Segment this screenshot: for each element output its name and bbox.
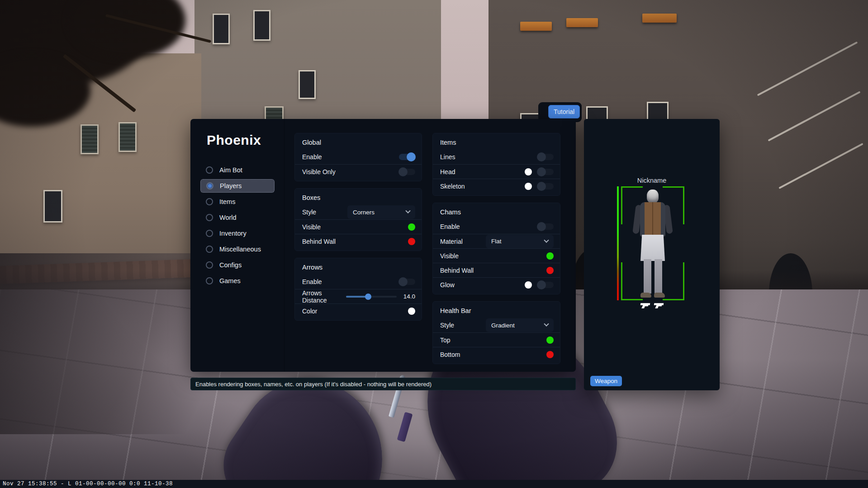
setting-row: Behind Wall xyxy=(295,234,422,248)
toggle-knob xyxy=(537,167,546,176)
setting-row: Top xyxy=(433,332,560,347)
panel-arrows: ArrowsEnableArrows Distance14.0Color xyxy=(294,258,422,321)
model-leg xyxy=(655,259,662,294)
weapon-icons xyxy=(584,303,720,309)
tutorial-button[interactable]: Tutorial xyxy=(548,105,580,118)
setting-label: Enable xyxy=(440,223,460,230)
sidebar: Phoenix Aim BotPlayersItemsWorldInventor… xyxy=(190,119,285,372)
radio-icon xyxy=(206,261,213,269)
setting-label: Material xyxy=(440,238,463,245)
lines-toggle[interactable] xyxy=(537,154,554,160)
head-toggle[interactable] xyxy=(537,169,554,175)
setting-label: Head xyxy=(440,168,455,175)
enable-toggle[interactable] xyxy=(399,279,415,285)
bottom-color-swatch[interactable] xyxy=(546,351,554,358)
behind-wall-color-swatch[interactable] xyxy=(546,267,554,274)
slider-value: 14.0 xyxy=(402,293,415,300)
model-shoe xyxy=(654,293,665,298)
sidebar-item-inventory[interactable]: Inventory xyxy=(200,227,275,240)
setting-row: Arrows Distance14.0 xyxy=(295,289,422,303)
panel-items: ItemsLinesHeadSkeleton xyxy=(432,133,560,196)
setting-row: StyleGradient xyxy=(433,318,560,332)
top-color-swatch[interactable] xyxy=(546,336,554,344)
sidebar-item-label: Games xyxy=(219,277,241,284)
select-value: Corners xyxy=(353,209,375,216)
model-apron xyxy=(640,235,665,261)
setting-row: Behind Wall xyxy=(433,263,560,277)
setting-row: Lines xyxy=(433,150,560,164)
setting-label: Behind Wall xyxy=(302,238,336,245)
settings-column-0: GlobalEnableVisible OnlyBoxesStyleCorner… xyxy=(294,133,422,327)
setting-label: Visible Only xyxy=(302,168,336,175)
skeleton-toggle[interactable] xyxy=(537,183,554,190)
head-color-swatch[interactable] xyxy=(525,168,532,175)
color-color-swatch[interactable] xyxy=(408,308,415,315)
sidebar-item-label: World xyxy=(219,214,237,221)
skeleton-color-swatch[interactable] xyxy=(525,183,532,190)
sidebar-item-label: Inventory xyxy=(219,230,247,237)
sidebar-item-label: Miscellaneous xyxy=(219,246,261,253)
sidebar-item-world[interactable]: World xyxy=(200,211,275,224)
sidebar-item-items[interactable]: Items xyxy=(200,195,275,208)
style-select[interactable]: Gradient xyxy=(486,318,554,332)
setting-row: Enable xyxy=(295,150,422,164)
visible-color-swatch[interactable] xyxy=(408,223,415,231)
panel-boxes: BoxesStyleCornersVisibleBehind Wall xyxy=(294,188,422,251)
select-value: Gradient xyxy=(491,322,515,329)
setting-row: Visible xyxy=(433,248,560,263)
radio-icon xyxy=(206,277,213,284)
setting-label: Glow xyxy=(440,281,455,289)
radio-icon xyxy=(206,246,213,253)
sidebar-item-label: Players xyxy=(220,182,242,190)
panel-title: Items xyxy=(433,133,560,150)
setting-label: Enable xyxy=(302,153,322,161)
sidebar-item-players[interactable]: Players xyxy=(200,179,275,193)
sidebar-item-aim-bot[interactable]: Aim Bot xyxy=(200,163,275,177)
setting-label: Style xyxy=(302,208,316,216)
setting-label: Top xyxy=(440,336,451,344)
toggle-knob xyxy=(537,222,546,231)
setting-row: StyleCorners xyxy=(295,205,422,219)
radio-icon xyxy=(206,214,213,221)
tooltip-bar: Enables rendering boxes, names, etc. on … xyxy=(190,378,576,390)
style-select[interactable]: Corners xyxy=(347,205,415,219)
model-torso xyxy=(640,202,665,237)
glow-color-swatch[interactable] xyxy=(525,281,532,289)
panel-chams: ChamsEnableMaterialFlatVisibleBehind Wal… xyxy=(432,203,560,294)
model-leg xyxy=(644,259,651,294)
sidebar-item-label: Configs xyxy=(219,261,242,269)
visible-only-toggle[interactable] xyxy=(399,169,415,175)
radio-icon xyxy=(206,230,213,237)
radio-icon xyxy=(206,166,213,174)
menu-title: Phoenix xyxy=(207,133,284,148)
sidebar-item-games[interactable]: Games xyxy=(200,274,275,288)
slider-handle[interactable] xyxy=(365,294,371,300)
osd-bar: Nov 27 15:38:55 - L 01-00-00-00-00 0:0 1… xyxy=(0,480,868,488)
panel-title: Chams xyxy=(433,203,560,219)
setting-row: Enable xyxy=(295,275,422,289)
setting-row: Bottom xyxy=(433,347,560,361)
model-head xyxy=(647,190,659,203)
behind-wall-color-swatch[interactable] xyxy=(408,238,415,245)
weapon-button[interactable]: Weapon xyxy=(590,376,622,386)
sidebar-item-miscellaneous[interactable]: Miscellaneous xyxy=(200,242,275,256)
radio-icon xyxy=(206,198,213,205)
sidebar-item-configs[interactable]: Configs xyxy=(200,258,275,272)
setting-label: Bottom xyxy=(440,351,460,358)
enable-toggle[interactable] xyxy=(537,223,554,230)
pistol-icon xyxy=(653,303,664,309)
glow-toggle[interactable] xyxy=(537,282,554,288)
material-select[interactable]: Flat xyxy=(486,235,554,248)
toggle-knob xyxy=(537,182,546,191)
toggle-knob xyxy=(407,152,416,161)
setting-label: Enable xyxy=(302,278,322,285)
setting-row: Enable xyxy=(433,219,560,234)
tooltip-text: Enables rendering boxes, names, etc. on … xyxy=(195,381,432,388)
toggle-knob xyxy=(398,277,408,286)
panel-title: Health Bar xyxy=(433,302,560,318)
model-shoe xyxy=(640,293,651,298)
arrows-distance-slider[interactable] xyxy=(346,294,397,300)
panel-global: GlobalEnableVisible Only xyxy=(294,133,422,181)
visible-color-swatch[interactable] xyxy=(546,252,554,260)
enable-toggle[interactable] xyxy=(399,154,415,160)
